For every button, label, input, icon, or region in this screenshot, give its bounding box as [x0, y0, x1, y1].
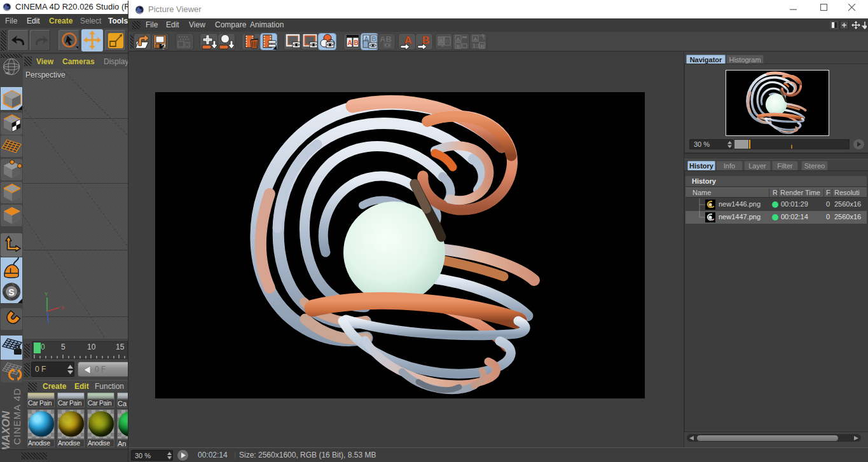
svg-text:A: A [439, 38, 443, 44]
svg-text:B: B [457, 43, 460, 49]
svg-text:B: B [372, 36, 376, 43]
svg-text:B: B [354, 39, 359, 46]
svg-text:?: ? [161, 42, 166, 51]
svg-text:B: B [445, 38, 450, 44]
svg-text:A: A [474, 36, 478, 42]
svg-text:X: X [61, 305, 65, 311]
svg-text:A: A [348, 39, 352, 46]
svg-text:A: A [457, 36, 460, 42]
svg-text:Y: Y [45, 291, 48, 297]
svg-text:B: B [481, 43, 485, 49]
svg-text:S: S [8, 287, 14, 297]
